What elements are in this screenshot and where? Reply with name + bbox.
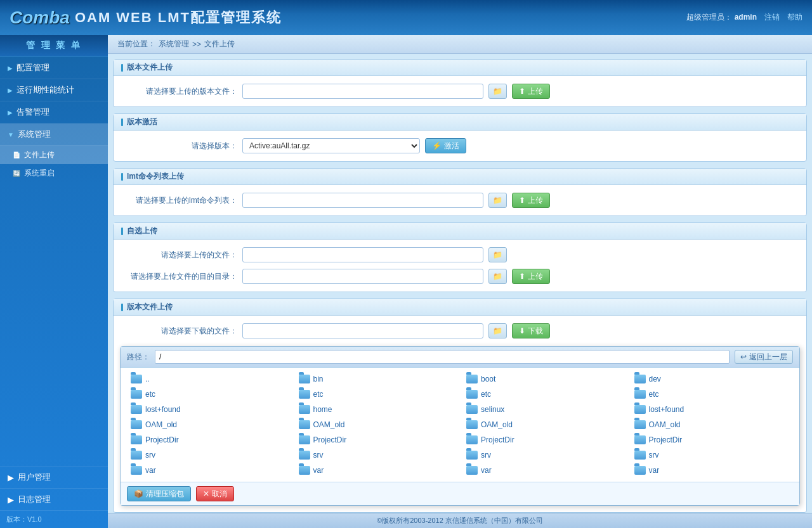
download-btn[interactable]: ⬇ 下载: [512, 323, 550, 338]
logo-subtitle: OAM WEB LMT配置管理系统: [75, 8, 282, 27]
logout-link[interactable]: 注销: [764, 12, 780, 23]
file-item[interactable]: etc: [631, 388, 794, 401]
download-input[interactable]: [242, 323, 483, 338]
folder-icon: [466, 420, 478, 429]
custom-dir-row: 请选择要上传文件的目的目录： 📁 ⬆ 上传: [123, 269, 797, 284]
folder-icon: [299, 375, 310, 383]
sidebar-item-user-mgmt[interactable]: ▶ 用户管理: [0, 466, 108, 488]
file-item[interactable]: OAM_old: [462, 418, 625, 431]
sidebar-item-config[interactable]: ▶ 配置管理: [0, 57, 108, 79]
folder-icon: [299, 466, 310, 475]
section-lmt-upload-header: lmt命令列表上传: [114, 169, 806, 185]
sidebar-alarm-label: 告警管理: [16, 106, 49, 118]
file-item[interactable]: ProjectDir: [127, 434, 290, 446]
sidebar-item-alarm[interactable]: ▶ 告警管理: [0, 101, 108, 124]
folder-icon: [466, 390, 478, 399]
folder-icon: [634, 390, 646, 399]
section-lmt-upload: lmt命令列表上传 请选择要上传的lmt命令列表： 📁 ⬆ 上传: [113, 168, 807, 216]
folder-icon: [466, 375, 478, 383]
sidebar-stats-label: 运行期性能统计: [16, 84, 74, 96]
file-item[interactable]: selinux: [462, 403, 625, 416]
file-item[interactable]: home: [295, 403, 458, 416]
custom-file-input[interactable]: [242, 247, 483, 262]
file-item[interactable]: var: [631, 464, 794, 477]
back-btn[interactable]: ↩ 返回上一层: [735, 350, 793, 364]
file-item[interactable]: ..: [127, 373, 290, 385]
sidebar-item-log-mgmt[interactable]: ▶ 日志管理: [0, 488, 108, 510]
file-grid: .. bin boot dev: [121, 368, 799, 482]
file-item[interactable]: boot: [462, 373, 625, 385]
section-version-activate-header: 版本激活: [114, 114, 806, 131]
file-item[interactable]: ProjectDir: [631, 434, 794, 446]
file-item[interactable]: etc: [295, 388, 458, 401]
header-user-area: 超级管理员： admin 注销 帮助: [686, 12, 802, 23]
file-item[interactable]: srv: [127, 449, 290, 461]
download-folder-btn[interactable]: 📁: [488, 323, 507, 338]
sidebar-bottom: [0, 183, 108, 466]
file-item[interactable]: var: [462, 464, 625, 477]
custom-dir-folder-btn[interactable]: 📁: [488, 269, 507, 284]
restart-icon: 🔄: [13, 170, 20, 177]
help-link[interactable]: 帮助: [787, 12, 802, 23]
sidebar-sub-system-restart[interactable]: 🔄 系统重启: [0, 164, 108, 183]
version-activate-btn[interactable]: ⚡ 激活: [425, 138, 466, 153]
file-item[interactable]: bin: [295, 373, 458, 385]
upload-icon: ⬆: [519, 272, 525, 281]
lmt-upload-folder-btn[interactable]: 📁: [488, 193, 507, 208]
activate-icon: ⚡: [432, 141, 442, 150]
version-activate-select[interactable]: Active:auAll.tar.gz version1.tar.gz vers…: [242, 138, 420, 153]
file-item[interactable]: lost+found: [631, 403, 794, 416]
folder-icon: [634, 435, 646, 444]
custom-file-folder-btn[interactable]: 📁: [488, 247, 507, 262]
file-item[interactable]: OAM_old: [631, 418, 794, 431]
file-item[interactable]: var: [127, 464, 290, 477]
file-item[interactable]: etc: [462, 388, 625, 401]
lmt-upload-input[interactable]: [242, 193, 483, 208]
lmt-upload-btn[interactable]: ⬆ 上传: [512, 193, 550, 208]
file-item[interactable]: var: [295, 464, 458, 477]
section-version-activate-body: 请选择版本： Active:auAll.tar.gz version1.tar.…: [114, 131, 806, 161]
section-version-upload: 版本文件上传 请选择要上传的版本文件： 📁 ⬆ 上传: [113, 59, 807, 107]
file-item[interactable]: ProjectDir: [462, 434, 625, 446]
cancel-btn[interactable]: ✕ 取消: [196, 486, 234, 501]
download-icon: ⬇: [519, 326, 525, 335]
folder-icon: [634, 375, 646, 383]
folder-icon: [299, 451, 310, 460]
file-item[interactable]: ProjectDir: [295, 434, 458, 446]
back-icon: ↩: [740, 352, 747, 361]
clear-compress-btn[interactable]: 📦 清理压缩包: [127, 486, 191, 501]
folder-icon: [299, 405, 310, 414]
breadcrumb: 当前位置： 系统管理 >> 文件上传: [108, 35, 812, 54]
file-item[interactable]: etc: [127, 388, 290, 401]
folder-icon: [466, 405, 478, 414]
sidebar-sub-file-upload[interactable]: 📄 文件上传: [0, 146, 108, 164]
file-item[interactable]: lost+found: [127, 403, 290, 416]
file-item[interactable]: srv: [295, 449, 458, 461]
upload-icon: ⬆: [519, 196, 525, 205]
file-item[interactable]: srv: [631, 449, 794, 461]
custom-upload-btn[interactable]: ⬆ 上传: [512, 269, 550, 284]
version-upload-input[interactable]: [242, 84, 483, 99]
custom-dir-input[interactable]: [242, 269, 483, 284]
upload-icon: ⬆: [519, 87, 525, 96]
file-item[interactable]: OAM_old: [127, 418, 290, 431]
section-version-upload-header: 版本文件上传: [114, 60, 806, 76]
breadcrumb-path1: 系统管理: [159, 39, 189, 49]
version-upload-btn[interactable]: ⬆ 上传: [512, 84, 550, 99]
arrow-icon: ▶: [8, 65, 13, 72]
version-upload-folder-btn[interactable]: 📁: [488, 84, 507, 99]
sidebar-item-system[interactable]: ▼ 系统管理: [0, 124, 108, 146]
path-input[interactable]: [155, 350, 730, 364]
file-item[interactable]: dev: [631, 373, 794, 385]
sidebar-restart-label: 系统重启: [24, 168, 55, 179]
section-version-download-header: 版本文件上传: [114, 299, 806, 316]
file-item[interactable]: srv: [462, 449, 625, 461]
section-version-activate: 版本激活 请选择版本： Active:auAll.tar.gz version1…: [113, 113, 807, 162]
sidebar-item-stats[interactable]: ▶ 运行期性能统计: [0, 79, 108, 101]
sidebar-title: 管 理 菜 单: [0, 35, 108, 57]
sidebar-version: 版本：V1.0: [0, 510, 108, 528]
version-upload-row: 请选择要上传的版本文件： 📁 ⬆ 上传: [123, 84, 797, 99]
arrow-icon: ▶: [8, 87, 13, 94]
file-item[interactable]: OAM_old: [295, 418, 458, 431]
folder-icon: [466, 451, 478, 460]
